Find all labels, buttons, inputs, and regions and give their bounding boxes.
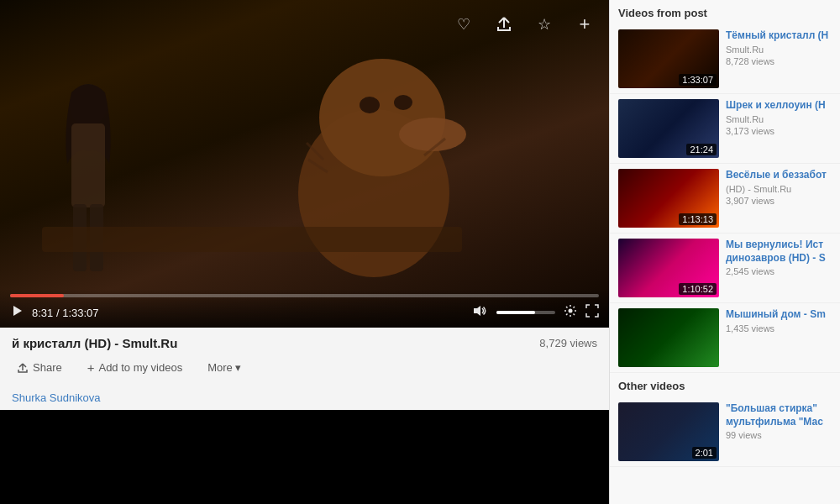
video-item-title: Шрек и хеллоуин (H <box>726 99 832 113</box>
video-item-meta: Мы вернулись! Ист динозавров (HD) - S 2,… <box>726 239 832 276</box>
right-panel: Videos from post 1:33:07 Тёмный кристалл… <box>609 0 840 504</box>
info-bar: й кристалл (HD) - Smult.Ru 8,729 views S… <box>0 328 609 383</box>
thumbnail-wrap: 1:10:52 <box>618 239 719 297</box>
svg-rect-9 <box>71 123 105 207</box>
add-button[interactable]: + <box>570 10 599 39</box>
video-item-views: 99 views <box>726 430 832 440</box>
video-item-title: Весёлые и беззабот <box>726 169 832 182</box>
video-item-source: Smult.Ru <box>726 114 832 124</box>
from-post-section-title: Videos from post <box>610 0 840 24</box>
add-label: Add to my videos <box>98 361 182 374</box>
title-row: й кристалл (HD) - Smult.Ru 8,729 views <box>12 336 597 350</box>
more-label: More <box>207 361 233 374</box>
sidebar-video-item[interactable]: 1:33:07 Тёмный кристалл (H Smult.Ru 8,72… <box>610 24 840 94</box>
thumbnail-wrap: 2:01 <box>618 402 719 461</box>
video-item-meta: Весёлые и беззабот (HD) - Smult.Ru 3,907… <box>726 169 832 206</box>
from-post-list: 1:33:07 Тёмный кристалл (H Smult.Ru 8,72… <box>610 24 840 373</box>
actions-row: Share + Add to my videos More ▾ <box>12 357 597 378</box>
svg-point-2 <box>399 118 466 151</box>
svg-point-15 <box>569 309 573 313</box>
video-item-meta: "Большая стирка" мультфильма "Мас 99 vie… <box>726 402 832 440</box>
share-action-icon <box>17 362 29 374</box>
thumbnail-wrap: 1:13:13 <box>618 169 719 228</box>
fullscreen-button[interactable] <box>585 304 599 321</box>
other-section-title: Other videos <box>610 373 840 397</box>
sidebar-video-item[interactable]: 1:10:52 Мы вернулись! Ист динозавров (HD… <box>610 234 840 303</box>
author-name[interactable]: Shurka Sudnikova <box>12 391 101 404</box>
progress-bar[interactable] <box>10 294 599 297</box>
controls-bar: 8:31 / 1:33:07 <box>0 289 609 328</box>
volume-slider[interactable] <box>496 311 555 314</box>
sidebar-video-item[interactable]: 1:13:13 Весёлые и беззабот (HD) - Smult.… <box>610 164 840 234</box>
thumb-duration: 21:24 <box>686 144 717 155</box>
video-item-meta: Тёмный кристалл (H Smult.Ru 8,728 views <box>726 29 832 66</box>
settings-button[interactable] <box>564 304 577 321</box>
video-item-views: 3,173 views <box>726 126 832 136</box>
video-panel: ♡ ☆ + <box>0 0 609 504</box>
heart-button[interactable]: ♡ <box>449 10 478 39</box>
svg-rect-12 <box>42 227 462 252</box>
video-item-meta: Шрек и хеллоуин (H Smult.Ru 3,173 views <box>726 99 832 136</box>
volume-fill <box>496 311 535 314</box>
video-item-title: Тёмный кристалл (H <box>726 29 832 43</box>
video-item-title: "Большая стирка" мультфильма "Мас <box>726 402 832 428</box>
thumb-duration: 1:10:52 <box>679 283 717 295</box>
thumbnail-wrap: 1:33:07 <box>618 29 719 88</box>
svg-marker-13 <box>13 306 22 316</box>
author-row: Shurka Sudnikova <box>0 383 609 410</box>
thumb-duration: 1:13:13 <box>679 213 717 225</box>
video-item-views: 1,435 views <box>726 323 832 333</box>
other-list: 2:01 "Большая стирка" мультфильма "Мас 9… <box>610 397 840 467</box>
video-item-title: Мы вернулись! Ист динозавров (HD) - S <box>726 239 832 265</box>
volume-button[interactable] <box>473 305 488 320</box>
add-to-videos-button[interactable]: + Add to my videos <box>82 357 187 378</box>
controls-row: 8:31 / 1:33:07 <box>10 304 599 321</box>
background-prop <box>42 210 462 260</box>
video-item-title: Мышиный дом - Sm <box>726 308 832 322</box>
share-icon-button[interactable] <box>490 10 518 39</box>
video-item-views: 3,907 views <box>726 196 832 206</box>
video-item-source: (HD) - Smult.Ru <box>726 184 832 194</box>
thumb-duration: 2:01 <box>692 447 717 459</box>
video-top-icons: ♡ ☆ + <box>449 10 599 39</box>
add-icon: + <box>87 360 95 375</box>
video-item-source: Smult.Ru <box>726 45 832 55</box>
play-button[interactable] <box>10 304 24 321</box>
sidebar-video-item[interactable]: Мышиный дом - Sm 1,435 views <box>610 303 840 373</box>
more-button[interactable]: More ▾ <box>202 358 246 377</box>
views-count: 8,729 views <box>539 337 597 349</box>
star-button[interactable]: ☆ <box>530 10 559 39</box>
video-item-views: 8,728 views <box>726 56 832 66</box>
progress-fill <box>10 294 64 297</box>
share-label: Share <box>33 361 62 374</box>
video-item-views: 2,545 views <box>726 266 832 276</box>
svg-marker-14 <box>474 306 480 316</box>
video-container[interactable]: ♡ ☆ + <box>0 0 609 328</box>
video-title: й кристалл (HD) - Smult.Ru <box>12 336 177 350</box>
thumbnail <box>618 308 719 367</box>
chevron-down-icon: ▾ <box>235 361 241 374</box>
video-item-meta: Мышиный дом - Sm 1,435 views <box>726 308 832 333</box>
share-action-button[interactable]: Share <box>12 358 67 377</box>
sidebar-video-item[interactable]: 2:01 "Большая стирка" мультфильма "Мас 9… <box>610 397 840 467</box>
thumbnail-wrap <box>618 308 719 367</box>
svg-point-1 <box>319 59 445 176</box>
svg-point-4 <box>394 95 412 110</box>
time-display: 8:31 / 1:33:07 <box>32 307 99 319</box>
thumb-duration: 1:33:07 <box>679 74 717 86</box>
thumbnail-wrap: 21:24 <box>618 99 719 158</box>
svg-point-3 <box>360 97 380 113</box>
sidebar-video-item[interactable]: 21:24 Шрек и хеллоуин (H Smult.Ru 3,173 … <box>610 94 840 164</box>
